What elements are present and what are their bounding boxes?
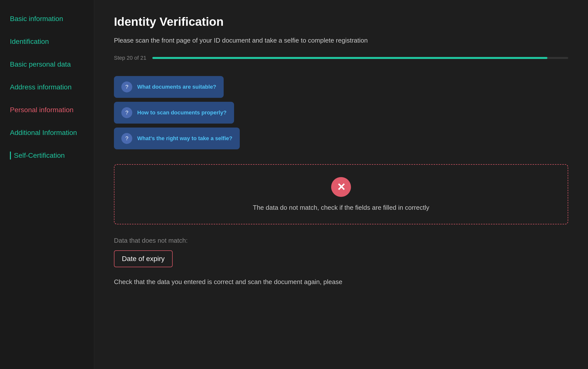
page-title: Identity Verification [114, 15, 568, 28]
sidebar-item-identification[interactable]: Identification [10, 38, 84, 46]
faq-button-how-to-scan[interactable]: ? How to scan documents properly? [114, 102, 234, 124]
sidebar-item-basic-information[interactable]: Basic information [10, 15, 84, 23]
sidebar-item-additional-information[interactable]: Additional Information [10, 129, 84, 137]
sidebar-item-personal-information[interactable]: Personal information [10, 106, 84, 114]
main-content: Identity Verification Please scan the fr… [94, 0, 588, 369]
sidebar: Basic information Identification Basic p… [0, 0, 94, 369]
sidebar-item-address-information[interactable]: Address information [10, 83, 84, 91]
question-icon-3: ? [121, 133, 132, 144]
step-text: Step 20 of 21 [114, 55, 146, 61]
mismatch-section: Data that does not match: Date of expiry [114, 237, 568, 267]
error-icon: ✕ [331, 177, 351, 197]
error-box: ✕ The data do not match, check if the fi… [114, 164, 568, 224]
step-indicator: Step 20 of 21 [114, 55, 568, 61]
progress-bar-fill [152, 57, 547, 59]
progress-bar-container [152, 57, 568, 59]
question-icon-1: ? [121, 81, 132, 92]
sidebar-item-self-certification[interactable]: Self-Certification [10, 152, 84, 159]
mismatch-label: Data that does not match: [114, 237, 568, 244]
check-note: Check that the data you entered is corre… [114, 277, 568, 287]
faq-button-selfie-way[interactable]: ? What's the right way to take a selfie? [114, 128, 240, 149]
question-icon-2: ? [121, 107, 132, 118]
mismatch-tag: Date of expiry [114, 250, 173, 267]
faq-buttons: ? What documents are suitable? ? How to … [114, 76, 568, 149]
subtitle: Please scan the front page of your ID do… [114, 36, 568, 45]
sidebar-item-basic-personal-data[interactable]: Basic personal data [10, 60, 84, 68]
faq-button-what-documents[interactable]: ? What documents are suitable? [114, 76, 224, 98]
error-message: The data do not match, check if the fiel… [253, 204, 429, 211]
